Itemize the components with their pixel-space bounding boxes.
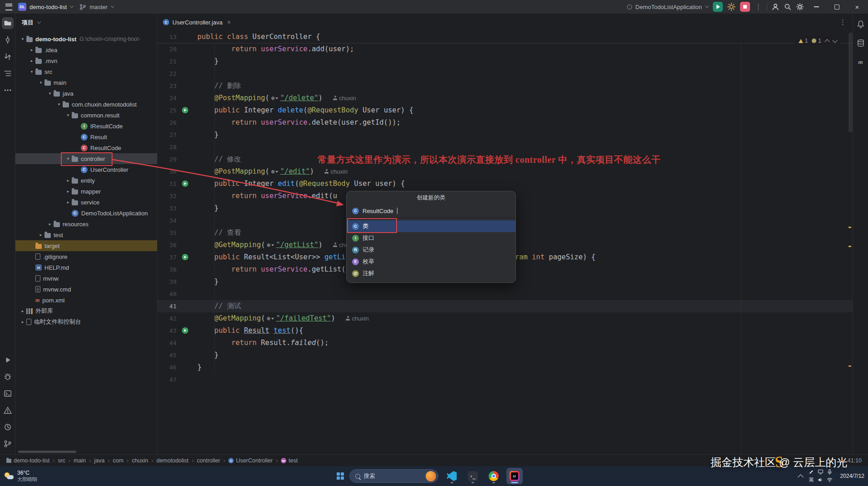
breadcrumb-item-com[interactable]: com <box>113 457 124 464</box>
tree-chevron-icon[interactable]: ▾ <box>64 156 72 161</box>
tree-item-Result[interactable]: CResult <box>15 131 157 142</box>
kind-option-annotation[interactable]: @注解 <box>347 267 515 279</box>
line-number[interactable]: 39 <box>157 276 177 288</box>
database-tool-icon[interactable] <box>855 37 867 49</box>
breadcrumb-item-src[interactable]: src <box>58 457 65 464</box>
taskbar-search[interactable]: 搜索 <box>349 469 438 483</box>
tree-item-test[interactable]: ▸test <box>15 229 157 240</box>
tree-item-mvnw[interactable]: mvnw <box>15 273 157 284</box>
display-icon[interactable] <box>818 469 824 475</box>
weak-warnings-chip[interactable]: 1 <box>812 38 821 44</box>
debug-tool-icon[interactable] <box>2 371 14 383</box>
tree-chevron-icon[interactable]: ▾ <box>19 37 26 41</box>
tree-item-.mvn[interactable]: ▸.mvn <box>15 55 157 66</box>
scrollbar-warning-mark[interactable] <box>848 365 851 367</box>
line-number[interactable]: 13 <box>157 31 177 43</box>
network-icon[interactable] <box>827 477 833 483</box>
url-inlay-globe-icon[interactable] <box>271 165 279 178</box>
line-number[interactable]: 30 <box>157 165 177 178</box>
breadcrumb-item-UserController[interactable]: CUserController <box>228 457 273 464</box>
tree-item-java[interactable]: ▾java <box>15 88 157 99</box>
class-name-input[interactable]: C ResultCode <box>347 204 515 218</box>
history-tool-icon[interactable] <box>2 421 14 433</box>
code-text[interactable]: return userService.edit(u <box>197 190 337 202</box>
code-line-21[interactable]: 21 } <box>157 55 853 68</box>
breadcrumb-item-demotodolist[interactable]: demotodolist <box>157 457 189 464</box>
tree-item-main[interactable]: ▾main <box>15 77 157 88</box>
tree-chevron-icon[interactable]: ▸ <box>46 222 54 226</box>
mic-icon[interactable] <box>827 469 833 475</box>
code-line-20[interactable]: 20 return userService.add(user); <box>157 43 853 55</box>
project-panel-header[interactable]: 项目 <box>15 14 157 32</box>
code-text[interactable]: return Result.failed(); <box>197 337 329 349</box>
tree-item-com.chuxin.demotodolist[interactable]: ▾com.chuxin.demotodolist <box>15 99 157 110</box>
breadcrumb-item-demo-todo-list[interactable]: demo-todo-list <box>6 457 49 464</box>
line-number[interactable]: 38 <box>157 263 177 276</box>
close-tab-icon[interactable]: × <box>227 19 231 26</box>
kind-option-enum[interactable]: E枚举 <box>347 256 515 267</box>
code-line-30[interactable]: 30 @PostMapping("/edit") chuxin <box>157 165 853 178</box>
more-actions-icon[interactable]: ⋮ <box>754 3 763 11</box>
code-text[interactable]: public class UserController { <box>197 31 320 43</box>
scrollbar-warning-mark[interactable] <box>848 246 851 247</box>
code-with-me-user-icon[interactable] <box>771 3 780 11</box>
line-number[interactable]: 21 <box>157 55 177 68</box>
taskbar-app-terminal[interactable]: ›_ <box>465 468 481 484</box>
tree-horizontal-scrollbar[interactable] <box>18 451 154 453</box>
stop-button[interactable] <box>740 2 750 12</box>
tree-item-HELP.md[interactable]: MHELP.md <box>15 262 157 273</box>
main-menu-icon[interactable] <box>5 4 12 10</box>
tree-item-entity[interactable]: ▸entity <box>15 175 157 186</box>
hidden-icons-chevron[interactable] <box>798 474 804 480</box>
maximize-button[interactable] <box>829 0 845 14</box>
code-text[interactable]: } <box>197 55 219 68</box>
code-text[interactable]: } <box>197 361 201 374</box>
code-text[interactable]: @PostMapping("/edit") chuxin <box>197 165 348 178</box>
taskbar-app-vscode[interactable] <box>444 468 460 484</box>
line-number[interactable]: 29 <box>157 153 177 165</box>
tree-item-mapper[interactable]: ▸mapper <box>15 186 157 197</box>
tree-chevron-icon[interactable]: ▾ <box>37 80 44 85</box>
line-number[interactable]: 25 <box>157 104 177 117</box>
tree-chevron-icon[interactable]: ▸ <box>37 233 44 237</box>
more-tools-icon[interactable] <box>2 84 14 96</box>
line-number[interactable]: 44 <box>157 337 177 349</box>
line-number[interactable]: 31 <box>157 178 177 190</box>
pull-requests-tool-icon[interactable] <box>2 51 14 63</box>
scrollbar-thumb[interactable] <box>18 451 76 453</box>
url-inlay-globe-icon[interactable] <box>267 239 274 251</box>
code-text[interactable]: public Integer delete(@RequestBody User … <box>197 104 413 117</box>
code-text[interactable]: // 查看 <box>197 227 241 239</box>
tree-item-DemoTodoListApplication[interactable]: CDemoTodoListApplication <box>15 208 157 219</box>
tab-options-icon[interactable]: ⋮ <box>839 18 853 26</box>
code-line-23[interactable]: 23 // 删除 <box>157 80 853 92</box>
pen-icon[interactable] <box>809 469 814 475</box>
code-line-27[interactable]: 27 } <box>157 129 853 141</box>
code-line-41[interactable]: 41 // 测试 <box>157 300 853 312</box>
code-text[interactable]: @PostMapping("/delete") chuxin <box>197 92 356 104</box>
tab-usercontroller[interactable]: C UserController.java × <box>157 14 236 31</box>
sticky-class-line[interactable]: 13public class UserController { <box>157 31 853 44</box>
code-text[interactable]: } <box>197 202 219 214</box>
tree-item-.idea[interactable]: ▸.idea <box>15 44 157 55</box>
endpoint-gutter-icon[interactable] <box>182 254 188 260</box>
tree-item-demo-todo-list[interactable]: ▾demo-todo-listG:\chuxin-cs\spring-boot- <box>15 34 157 44</box>
code-line-47[interactable]: 47 <box>157 374 853 386</box>
tree-item-外部库[interactable]: ▸外部库 <box>15 306 157 316</box>
code-line-28[interactable]: 28 <box>157 141 853 153</box>
tree-item-IResultCode[interactable]: IIResultCode <box>15 121 157 131</box>
debug-settings-icon[interactable] <box>727 2 736 11</box>
next-issue-icon[interactable] <box>832 38 837 43</box>
code-line-40[interactable]: 40 <box>157 288 853 300</box>
code-text[interactable]: // 测试 <box>197 300 241 312</box>
line-number[interactable]: 22 <box>157 68 177 80</box>
clock-date[interactable]: 2024/7/12 <box>840 473 864 479</box>
code-text[interactable]: public Integer edit(@RequestBody User us… <box>197 178 405 190</box>
endpoint-gutter-icon[interactable] <box>182 107 188 113</box>
code-line-24[interactable]: 24 @PostMapping("/delete") chuxin <box>157 92 853 104</box>
tree-chevron-icon[interactable]: ▸ <box>64 178 72 183</box>
code-text[interactable]: @GetMapping("/failedTest") chuxin <box>197 312 369 325</box>
code-text[interactable]: @GetMapping("/getList") chuxin <box>197 239 356 251</box>
code-line-31[interactable]: 31 public Integer edit(@RequestBody User… <box>157 178 853 190</box>
line-number[interactable]: 46 <box>157 361 177 374</box>
